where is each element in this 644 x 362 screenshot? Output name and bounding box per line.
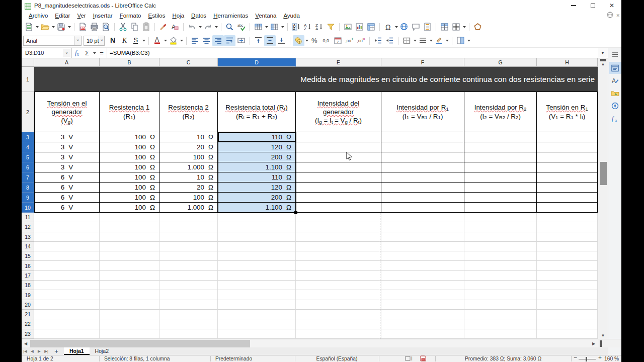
cell-B10[interactable]: 100Ω [100,203,159,213]
format-currency-button[interactable]: $ [293,35,304,46]
autofilter-button[interactable] [325,22,337,33]
cell-A17[interactable] [34,271,100,281]
row-header-20[interactable]: 20 [22,300,34,310]
cell-E3[interactable] [296,132,381,142]
cell-F17[interactable] [381,271,464,281]
save-button[interactable] [55,22,67,33]
row-header-23[interactable]: 23 [22,329,34,339]
menu-ventana[interactable]: Ventana [252,11,280,20]
vertical-split-handle[interactable] [600,59,606,61]
row-header-5[interactable]: 5 [22,152,34,162]
cell-E8[interactable] [296,183,381,193]
menu-ayuda[interactable]: Ayuda [280,11,303,20]
cell-G16[interactable] [464,261,537,270]
cell-H6[interactable] [537,162,598,172]
cell-C8[interactable]: 20Ω [159,183,218,193]
cell-C15[interactable] [159,251,218,261]
sum-button[interactable]: Σ [82,48,92,58]
cell-B9[interactable]: 100Ω [100,193,159,203]
cell-F9[interactable] [381,193,464,203]
cell-E12[interactable] [296,222,381,232]
open-button[interactable] [39,22,51,33]
cell-F3[interactable] [381,132,464,142]
first-sheet-icon[interactable]: |◀ [22,349,29,353]
sum-dropdown-icon[interactable] [92,47,97,58]
menu-insertar[interactable]: Insertar [90,11,116,20]
cell-H22[interactable] [537,319,598,329]
expand-formula-bar-button[interactable]: ▼ [598,48,608,58]
cell-H12[interactable] [537,222,598,232]
hyperlink-button[interactable] [398,22,410,33]
cell-E6[interactable] [296,162,381,172]
font-name-combo[interactable]: Arial ˅ [23,36,82,46]
zoom-slider[interactable] [579,359,596,359]
previous-sheet-icon[interactable]: ◀ [29,349,36,353]
align-top-button[interactable] [253,35,264,46]
zoom-slider-thumb[interactable] [586,357,587,361]
cell-H5[interactable] [537,152,598,162]
cell-G6[interactable] [464,162,537,172]
menu-hoja[interactable]: Hoja [169,11,188,20]
cell-C2[interactable]: Resistencia 2(R2) [159,92,218,132]
cell-B2[interactable]: Resistencia 1(R1) [100,92,159,132]
spreadsheet-grid[interactable]: ABCDEFGH12345678910111213141516171819202… [22,58,598,339]
spelling-button[interactable]: abc [235,22,247,33]
save-dropdown-icon[interactable] [67,22,71,33]
delete-decimal-button[interactable]: ,00× [355,35,367,46]
bold-button[interactable]: N [107,35,118,46]
cell-G8[interactable] [464,183,537,193]
cell-H15[interactable] [537,251,598,261]
functions-panel-icon[interactable]: fx [609,112,621,124]
cell-H17[interactable] [537,271,598,281]
cell-H4[interactable] [537,142,598,152]
row-header-1[interactable]: 1 [22,67,34,92]
cell-G4[interactable] [464,142,537,152]
headers-footers-button[interactable] [422,22,433,33]
cell-D18[interactable] [218,281,296,290]
split-window-button[interactable] [450,22,462,33]
cell-A16[interactable] [34,261,100,270]
font-color-button[interactable]: A [151,35,163,46]
cell-G21[interactable] [464,310,537,319]
print-preview-button[interactable] [100,22,112,33]
name-box-dropdown-icon[interactable]: ˅ [63,49,70,57]
redo-button[interactable] [202,22,214,33]
new-document-button[interactable] [23,22,35,33]
show-draw-functions-button[interactable] [472,22,484,33]
cell-F10[interactable] [381,203,464,213]
column-header-A[interactable]: A [34,58,100,67]
cell-C12[interactable] [159,222,218,232]
cell-D14[interactable] [218,242,296,251]
underline-dropdown-icon[interactable] [141,35,146,46]
row-header-18[interactable]: 18 [22,281,34,290]
menu-editar[interactable]: Editar [51,11,73,20]
cell-B13[interactable] [100,232,159,242]
cell-G20[interactable] [464,300,537,310]
cell-C16[interactable] [159,261,218,270]
row-header-22[interactable]: 22 [22,319,34,329]
cell-B6[interactable]: 100Ω [100,162,159,172]
styles-panel-icon[interactable]: A [609,74,621,86]
cell-B23[interactable] [100,329,159,339]
find-replace-button[interactable] [224,22,235,33]
cell-H8[interactable] [537,183,598,193]
cell-C14[interactable] [159,242,218,251]
cell-A2[interactable]: Tensión en elgenerador(Vg) [34,92,100,132]
column-header-G[interactable]: G [464,58,537,67]
cell-A4[interactable]: 3V [34,142,100,152]
insert-column-button[interactable] [269,22,280,33]
cell-E16[interactable] [296,261,381,270]
cell-G19[interactable] [464,290,537,300]
zoom-out-button[interactable]: − [574,354,577,361]
format-date-button[interactable]: 7 [332,35,344,46]
cell-A19[interactable] [34,290,100,300]
row-header-21[interactable]: 21 [22,310,34,319]
cell-F19[interactable] [381,290,464,300]
cell-E22[interactable] [296,319,381,329]
vertical-scrollbar-thumb[interactable] [600,162,607,185]
scroll-left-icon[interactable]: ◀ [22,339,30,348]
cell-B11[interactable] [100,213,159,222]
borders-dropdown-icon[interactable] [413,35,417,46]
format-number-button[interactable]: 0,0 [320,35,332,46]
cell-D10[interactable]: 1.100Ω [218,203,296,213]
